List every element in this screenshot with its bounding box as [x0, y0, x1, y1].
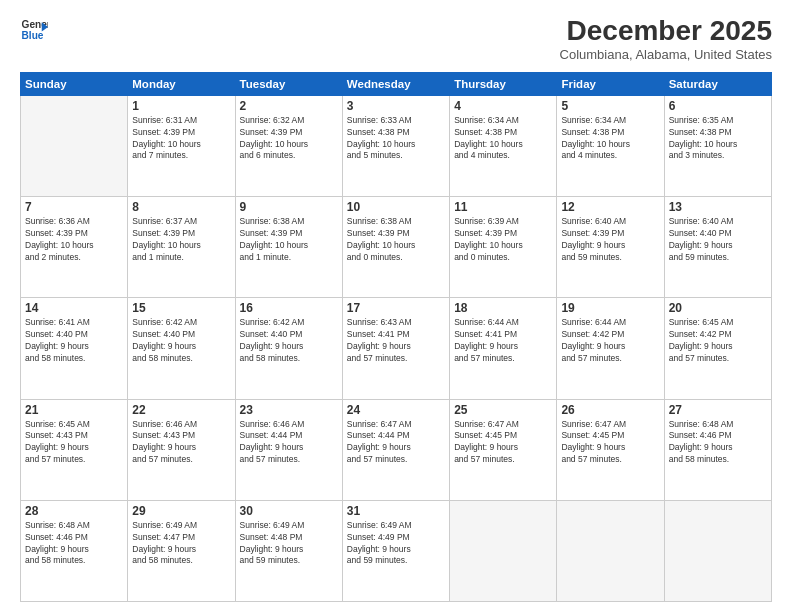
day-info: Sunrise: 6:39 AM Sunset: 4:39 PM Dayligh… [454, 216, 552, 264]
day-number: 17 [347, 301, 445, 315]
calendar-cell: 3Sunrise: 6:33 AM Sunset: 4:38 PM Daylig… [342, 95, 449, 196]
day-info: Sunrise: 6:49 AM Sunset: 4:47 PM Dayligh… [132, 520, 230, 568]
day-info: Sunrise: 6:36 AM Sunset: 4:39 PM Dayligh… [25, 216, 123, 264]
calendar-cell: 8Sunrise: 6:37 AM Sunset: 4:39 PM Daylig… [128, 197, 235, 298]
day-number: 3 [347, 99, 445, 113]
day-number: 31 [347, 504, 445, 518]
day-number: 15 [132, 301, 230, 315]
day-number: 28 [25, 504, 123, 518]
day-number: 9 [240, 200, 338, 214]
day-info: Sunrise: 6:47 AM Sunset: 4:45 PM Dayligh… [561, 419, 659, 467]
header-monday: Monday [128, 72, 235, 95]
calendar-cell: 17Sunrise: 6:43 AM Sunset: 4:41 PM Dayli… [342, 298, 449, 399]
day-number: 12 [561, 200, 659, 214]
day-number: 14 [25, 301, 123, 315]
day-info: Sunrise: 6:34 AM Sunset: 4:38 PM Dayligh… [454, 115, 552, 163]
calendar-cell: 24Sunrise: 6:47 AM Sunset: 4:44 PM Dayli… [342, 399, 449, 500]
calendar-cell: 14Sunrise: 6:41 AM Sunset: 4:40 PM Dayli… [21, 298, 128, 399]
day-info: Sunrise: 6:42 AM Sunset: 4:40 PM Dayligh… [132, 317, 230, 365]
day-info: Sunrise: 6:44 AM Sunset: 4:41 PM Dayligh… [454, 317, 552, 365]
day-info: Sunrise: 6:45 AM Sunset: 4:43 PM Dayligh… [25, 419, 123, 467]
day-info: Sunrise: 6:43 AM Sunset: 4:41 PM Dayligh… [347, 317, 445, 365]
day-info: Sunrise: 6:38 AM Sunset: 4:39 PM Dayligh… [240, 216, 338, 264]
day-number: 26 [561, 403, 659, 417]
calendar-cell: 23Sunrise: 6:46 AM Sunset: 4:44 PM Dayli… [235, 399, 342, 500]
header-thursday: Thursday [450, 72, 557, 95]
day-number: 7 [25, 200, 123, 214]
calendar-cell: 20Sunrise: 6:45 AM Sunset: 4:42 PM Dayli… [664, 298, 771, 399]
day-number: 10 [347, 200, 445, 214]
calendar-cell: 28Sunrise: 6:48 AM Sunset: 4:46 PM Dayli… [21, 500, 128, 601]
day-number: 2 [240, 99, 338, 113]
header-saturday: Saturday [664, 72, 771, 95]
calendar-cell: 9Sunrise: 6:38 AM Sunset: 4:39 PM Daylig… [235, 197, 342, 298]
day-info: Sunrise: 6:46 AM Sunset: 4:43 PM Dayligh… [132, 419, 230, 467]
calendar-cell: 1Sunrise: 6:31 AM Sunset: 4:39 PM Daylig… [128, 95, 235, 196]
header-tuesday: Tuesday [235, 72, 342, 95]
calendar-cell: 26Sunrise: 6:47 AM Sunset: 4:45 PM Dayli… [557, 399, 664, 500]
day-info: Sunrise: 6:37 AM Sunset: 4:39 PM Dayligh… [132, 216, 230, 264]
location: Columbiana, Alabama, United States [560, 47, 772, 62]
day-number: 4 [454, 99, 552, 113]
day-number: 25 [454, 403, 552, 417]
calendar-cell [450, 500, 557, 601]
day-number: 5 [561, 99, 659, 113]
day-number: 30 [240, 504, 338, 518]
calendar-cell: 22Sunrise: 6:46 AM Sunset: 4:43 PM Dayli… [128, 399, 235, 500]
calendar-cell: 27Sunrise: 6:48 AM Sunset: 4:46 PM Dayli… [664, 399, 771, 500]
svg-text:Blue: Blue [22, 30, 44, 41]
day-info: Sunrise: 6:34 AM Sunset: 4:38 PM Dayligh… [561, 115, 659, 163]
calendar-cell [664, 500, 771, 601]
week-row-3: 14Sunrise: 6:41 AM Sunset: 4:40 PM Dayli… [21, 298, 772, 399]
day-number: 6 [669, 99, 767, 113]
calendar-cell: 30Sunrise: 6:49 AM Sunset: 4:48 PM Dayli… [235, 500, 342, 601]
header: General Blue December 2025 Columbiana, A… [20, 16, 772, 62]
week-row-4: 21Sunrise: 6:45 AM Sunset: 4:43 PM Dayli… [21, 399, 772, 500]
day-number: 21 [25, 403, 123, 417]
day-number: 16 [240, 301, 338, 315]
calendar-cell: 31Sunrise: 6:49 AM Sunset: 4:49 PM Dayli… [342, 500, 449, 601]
day-info: Sunrise: 6:48 AM Sunset: 4:46 PM Dayligh… [669, 419, 767, 467]
day-number: 23 [240, 403, 338, 417]
calendar-cell: 13Sunrise: 6:40 AM Sunset: 4:40 PM Dayli… [664, 197, 771, 298]
day-info: Sunrise: 6:47 AM Sunset: 4:45 PM Dayligh… [454, 419, 552, 467]
header-wednesday: Wednesday [342, 72, 449, 95]
calendar-cell: 4Sunrise: 6:34 AM Sunset: 4:38 PM Daylig… [450, 95, 557, 196]
logo: General Blue [20, 16, 48, 44]
day-info: Sunrise: 6:49 AM Sunset: 4:48 PM Dayligh… [240, 520, 338, 568]
calendar-cell: 25Sunrise: 6:47 AM Sunset: 4:45 PM Dayli… [450, 399, 557, 500]
calendar-cell: 6Sunrise: 6:35 AM Sunset: 4:38 PM Daylig… [664, 95, 771, 196]
day-info: Sunrise: 6:32 AM Sunset: 4:39 PM Dayligh… [240, 115, 338, 163]
day-number: 8 [132, 200, 230, 214]
day-info: Sunrise: 6:31 AM Sunset: 4:39 PM Dayligh… [132, 115, 230, 163]
calendar-table: Sunday Monday Tuesday Wednesday Thursday… [20, 72, 772, 602]
calendar-cell: 10Sunrise: 6:38 AM Sunset: 4:39 PM Dayli… [342, 197, 449, 298]
day-number: 22 [132, 403, 230, 417]
calendar-cell: 5Sunrise: 6:34 AM Sunset: 4:38 PM Daylig… [557, 95, 664, 196]
week-row-2: 7Sunrise: 6:36 AM Sunset: 4:39 PM Daylig… [21, 197, 772, 298]
day-info: Sunrise: 6:35 AM Sunset: 4:38 PM Dayligh… [669, 115, 767, 163]
calendar-cell: 19Sunrise: 6:44 AM Sunset: 4:42 PM Dayli… [557, 298, 664, 399]
header-friday: Friday [557, 72, 664, 95]
calendar-cell [557, 500, 664, 601]
day-info: Sunrise: 6:44 AM Sunset: 4:42 PM Dayligh… [561, 317, 659, 365]
day-number: 20 [669, 301, 767, 315]
day-info: Sunrise: 6:33 AM Sunset: 4:38 PM Dayligh… [347, 115, 445, 163]
day-info: Sunrise: 6:47 AM Sunset: 4:44 PM Dayligh… [347, 419, 445, 467]
calendar-cell: 15Sunrise: 6:42 AM Sunset: 4:40 PM Dayli… [128, 298, 235, 399]
calendar-cell: 29Sunrise: 6:49 AM Sunset: 4:47 PM Dayli… [128, 500, 235, 601]
week-row-1: 1Sunrise: 6:31 AM Sunset: 4:39 PM Daylig… [21, 95, 772, 196]
title-block: December 2025 Columbiana, Alabama, Unite… [560, 16, 772, 62]
day-number: 24 [347, 403, 445, 417]
page: General Blue December 2025 Columbiana, A… [0, 0, 792, 612]
calendar-cell: 11Sunrise: 6:39 AM Sunset: 4:39 PM Dayli… [450, 197, 557, 298]
day-number: 19 [561, 301, 659, 315]
calendar-cell: 16Sunrise: 6:42 AM Sunset: 4:40 PM Dayli… [235, 298, 342, 399]
calendar-cell [21, 95, 128, 196]
day-number: 18 [454, 301, 552, 315]
calendar-cell: 2Sunrise: 6:32 AM Sunset: 4:39 PM Daylig… [235, 95, 342, 196]
day-number: 13 [669, 200, 767, 214]
day-info: Sunrise: 6:40 AM Sunset: 4:40 PM Dayligh… [669, 216, 767, 264]
week-row-5: 28Sunrise: 6:48 AM Sunset: 4:46 PM Dayli… [21, 500, 772, 601]
calendar-cell: 12Sunrise: 6:40 AM Sunset: 4:39 PM Dayli… [557, 197, 664, 298]
